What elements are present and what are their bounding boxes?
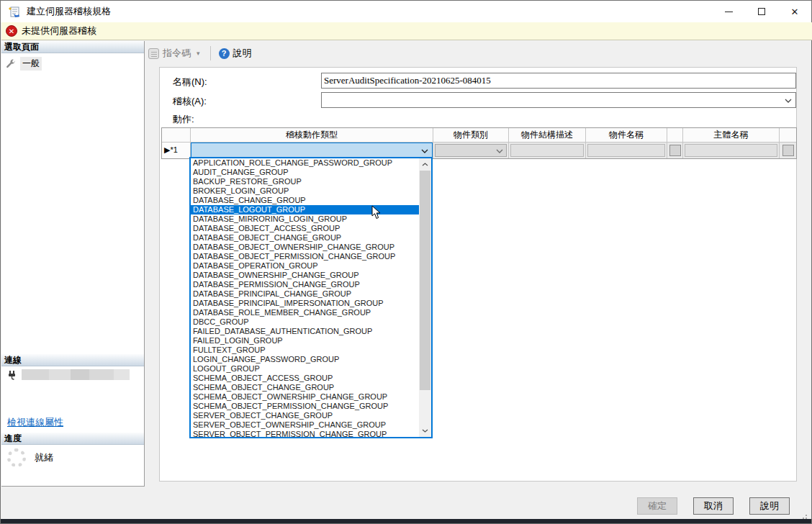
dropdown-item[interactable]: DATABASE_LOGOUT_GROUP bbox=[191, 205, 419, 214]
help-toolbar-button[interactable]: ? 說明 bbox=[215, 45, 256, 62]
create-server-audit-spec-dialog: 建立伺服器稽核規格 ✕ ✕ 未提供伺服器稽核 指令碼 ▾ ? 說明 選取頁面 一… bbox=[0, 0, 812, 524]
object-class-combobox bbox=[433, 143, 508, 158]
dropdown-item[interactable]: APPLICATION_ROLE_CHANGE_PASSWORD_GROUP bbox=[191, 158, 419, 168]
actions-label: 動作: bbox=[173, 113, 194, 126]
help-button-label: 說明 bbox=[233, 47, 252, 60]
dropdown-item[interactable]: SERVER_OBJECT_CHANGE_GROUP bbox=[191, 411, 419, 420]
maximize-icon bbox=[758, 8, 765, 15]
maximize-button[interactable] bbox=[745, 1, 778, 22]
chevron-down-icon bbox=[785, 99, 792, 103]
dropdown-item[interactable]: DATABASE_CHANGE_GROUP bbox=[191, 196, 419, 205]
dropdown-item[interactable]: DATABASE_PRINCIPAL_CHANGE_GROUP bbox=[191, 289, 419, 299]
chevron-down-icon bbox=[421, 149, 428, 153]
script-button-label: 指令碼 bbox=[163, 47, 191, 60]
audit-combobox[interactable] bbox=[321, 92, 796, 108]
audit-action-type-dropdown: APPLICATION_ROLE_CHANGE_PASSWORD_GROUPAU… bbox=[189, 157, 433, 438]
scrollbar-thumb[interactable] bbox=[420, 171, 430, 390]
dropdown-item[interactable]: SERVER_OBJECT_PERMISSION_CHANGE_GROUP bbox=[191, 430, 419, 437]
ok-button[interactable]: 確定 bbox=[637, 497, 677, 515]
chevron-down-icon[interactable]: ▾ bbox=[194, 50, 202, 57]
dropdown-item[interactable]: LOGIN_CHANGE_PASSWORD_GROUP bbox=[191, 355, 419, 364]
dropdown-item[interactable]: FULLTEXT_GROUP bbox=[191, 345, 419, 355]
grid-header-rowmarker bbox=[162, 128, 190, 142]
view-connection-properties-link[interactable]: 檢視連線屬性 bbox=[7, 416, 63, 429]
sidebar-item-general-label: 一般 bbox=[20, 57, 42, 71]
cancel-button[interactable]: 取消 bbox=[693, 497, 734, 515]
audit-action-type-combobox[interactable] bbox=[191, 143, 433, 158]
grid-header-object-schema: 物件結構描述 bbox=[509, 128, 585, 142]
dropdown-item[interactable]: FAILED_LOGIN_GROUP bbox=[191, 336, 419, 345]
scroll-down-icon[interactable] bbox=[419, 425, 431, 437]
browse-button[interactable] bbox=[669, 145, 681, 156]
select-page-header: 選取頁面 bbox=[1, 41, 144, 53]
spinner-icon bbox=[7, 448, 26, 467]
warning-text: 未提供伺服器稽核 bbox=[22, 24, 96, 37]
grid-row-marker: ▶*1 bbox=[162, 143, 190, 158]
dropdown-item[interactable]: FAILED_DATABASE_AUTHENTICATION_GROUP bbox=[191, 327, 419, 336]
title-bar: 建立伺服器稽核規格 ✕ bbox=[1, 1, 811, 22]
warning-bar: ✕ 未提供伺服器稽核 bbox=[1, 22, 812, 40]
dropdown-item[interactable]: DBCC_GROUP bbox=[191, 317, 419, 327]
dropdown-item[interactable]: AUDIT_CHANGE_GROUP bbox=[191, 168, 419, 177]
dropdown-item[interactable]: DATABASE_OBJECT_OWNERSHIP_CHANGE_GROUP bbox=[191, 243, 419, 252]
toolbar: 指令碼 ▾ ? 說明 bbox=[145, 41, 812, 66]
sidebar: 選取頁面 一般 連線 檢視連線屬性 進度 就緒 bbox=[1, 41, 145, 487]
dropdown-item[interactable]: DATABASE_OWNERSHIP_CHANGE_GROUP bbox=[191, 271, 419, 280]
wrench-icon bbox=[6, 59, 16, 69]
grid-header-blank-1 bbox=[667, 128, 682, 142]
progress-header: 進度 bbox=[1, 433, 144, 445]
grid-header-blank-2 bbox=[780, 128, 796, 142]
progress-status: 就緒 bbox=[35, 451, 53, 464]
dropdown-item[interactable]: DATABASE_OPERATION_GROUP bbox=[191, 261, 419, 271]
principal-name-cell bbox=[683, 143, 779, 158]
scroll-up-icon[interactable] bbox=[419, 158, 431, 171]
grid-header-object-name: 物件名稱 bbox=[586, 128, 667, 142]
dropdown-item[interactable]: BROKER_LOGIN_GROUP bbox=[191, 186, 419, 196]
object-name-browse-cell bbox=[667, 143, 682, 158]
dropdown-item[interactable]: SCHEMA_OBJECT_CHANGE_GROUP bbox=[191, 383, 419, 392]
dropdown-item[interactable]: DATABASE_ROLE_MEMBER_CHANGE_GROUP bbox=[191, 308, 419, 317]
sidebar-item-general[interactable]: 一般 bbox=[6, 57, 42, 71]
minimize-button[interactable] bbox=[712, 1, 745, 22]
server-name-redacted bbox=[22, 369, 130, 380]
object-name-cell bbox=[586, 143, 667, 158]
mouse-cursor-icon bbox=[371, 205, 381, 220]
dropdown-item[interactable]: DATABASE_OBJECT_PERMISSION_CHANGE_GROUP bbox=[191, 252, 419, 261]
error-icon: ✕ bbox=[6, 25, 17, 37]
name-input[interactable] bbox=[321, 73, 796, 89]
dropdown-item[interactable]: DATABASE_PERMISSION_CHANGE_GROUP bbox=[191, 280, 419, 289]
dropdown-item[interactable]: BACKUP_RESTORE_GROUP bbox=[191, 177, 419, 186]
dropdown-item[interactable]: DATABASE_OBJECT_CHANGE_GROUP bbox=[191, 233, 419, 243]
script-icon bbox=[148, 48, 159, 59]
chevron-down-icon bbox=[496, 149, 503, 153]
browse-button[interactable] bbox=[782, 145, 794, 156]
object-schema-cell bbox=[509, 143, 585, 158]
dropdown-item[interactable]: SCHEMA_OBJECT_OWNERSHIP_CHANGE_GROUP bbox=[191, 392, 419, 402]
connection-header: 連線 bbox=[1, 354, 144, 366]
dropdown-item[interactable]: DATABASE_OBJECT_ACCESS_GROUP bbox=[191, 224, 419, 233]
dropdown-item[interactable]: DATABASE_PRINCIPAL_IMPERSONATION_GROUP bbox=[191, 299, 419, 308]
name-label: 名稱(N): bbox=[173, 76, 207, 89]
help-button[interactable]: 說明 bbox=[749, 497, 790, 515]
toolbar-separator bbox=[210, 46, 211, 60]
audit-action-list: APPLICATION_ROLE_CHANGE_PASSWORD_GROUPAU… bbox=[191, 158, 419, 437]
dropdown-item[interactable]: DATABASE_MIRRORING_LOGIN_GROUP bbox=[191, 214, 419, 224]
dropdown-item[interactable]: SCHEMA_OBJECT_PERMISSION_CHANGE_GROUP bbox=[191, 402, 419, 411]
help-icon: ? bbox=[219, 48, 230, 59]
close-button[interactable]: ✕ bbox=[778, 1, 811, 22]
audit-label: 稽核(A): bbox=[173, 95, 207, 108]
grid-header-audit-action-type: 稽核動作類型 bbox=[191, 128, 433, 142]
dropdown-item[interactable]: SCHEMA_OBJECT_ACCESS_GROUP bbox=[191, 374, 419, 383]
dropdown-item[interactable]: LOGOUT_GROUP bbox=[191, 364, 419, 374]
window-title: 建立伺服器稽核規格 bbox=[27, 1, 111, 22]
plug-icon bbox=[7, 370, 17, 380]
dropdown-scrollbar[interactable] bbox=[419, 158, 431, 437]
minimize-icon bbox=[725, 12, 733, 12]
dropdown-item[interactable]: SERVER_OBJECT_OWNERSHIP_CHANGE_GROUP bbox=[191, 420, 419, 430]
grid-header-object-class: 物件類別 bbox=[433, 128, 508, 142]
script-button[interactable]: 指令碼 ▾ bbox=[145, 45, 206, 62]
close-icon: ✕ bbox=[791, 7, 799, 17]
actions-grid: 稽核動作類型 物件類別 物件結構描述 物件名稱 主體名稱 ▶*1 bbox=[161, 127, 797, 159]
grid-header-principal-name: 主體名稱 bbox=[683, 128, 779, 142]
principal-browse-cell bbox=[780, 143, 796, 158]
